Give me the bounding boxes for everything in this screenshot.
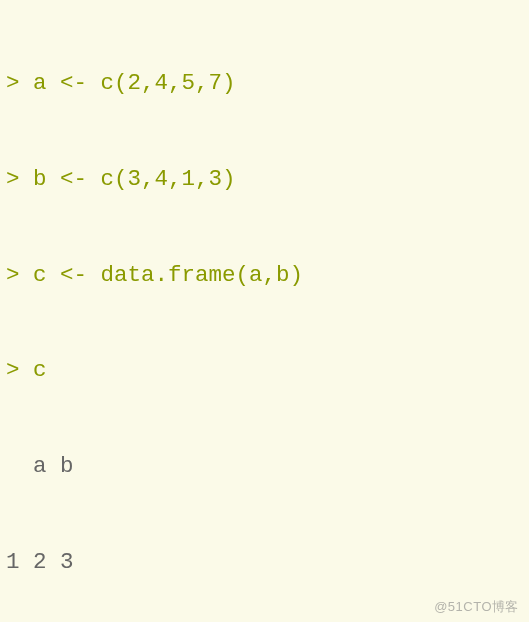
prompt-icon: >	[6, 262, 33, 288]
console-output-text: 1 2 3	[6, 549, 74, 575]
console-line: > c <- data.frame(a,b)	[6, 260, 523, 292]
console-input-text: c <- data.frame(a,b)	[33, 262, 303, 288]
console-line: > c	[6, 355, 523, 387]
console-line: a b	[6, 451, 523, 483]
console-input-text: b <- c(3,4,1,3)	[33, 166, 236, 192]
console-line: > b <- c(3,4,1,3)	[6, 164, 523, 196]
prompt-icon: >	[6, 166, 33, 192]
console-output-text: a b	[6, 453, 74, 479]
console-input-text: a <- c(2,4,5,7)	[33, 70, 236, 96]
watermark-text: @51CTO博客	[434, 598, 519, 616]
r-console[interactable]: > a <- c(2,4,5,7) > b <- c(3,4,1,3) > c …	[0, 0, 529, 622]
console-line: 1 2 3	[6, 547, 523, 579]
console-input-text: c	[33, 357, 47, 383]
prompt-icon: >	[6, 70, 33, 96]
prompt-icon: >	[6, 357, 33, 383]
console-line: > a <- c(2,4,5,7)	[6, 68, 523, 100]
